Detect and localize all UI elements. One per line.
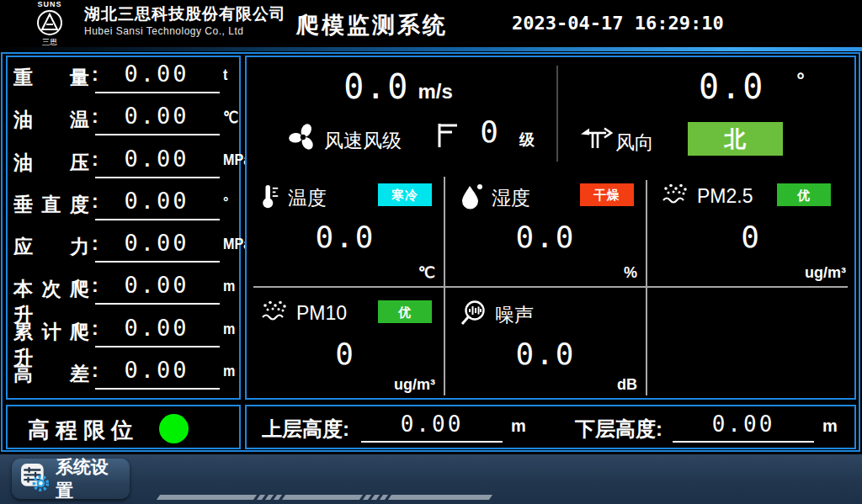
metric-unit: ℃	[223, 108, 238, 127]
metric-row-stress: 应力:0.00MPa	[8, 226, 239, 268]
temperature-value: 0.0	[247, 220, 444, 254]
metric-label: 应力	[13, 234, 89, 260]
metric-underline	[95, 261, 220, 263]
wind-section-divider	[556, 66, 558, 162]
metric-value: 0.00	[95, 146, 218, 172]
metric-row-oil-pressure: 油压:0.00MPa	[8, 142, 239, 184]
metric-unit: m	[223, 277, 235, 295]
elevation-limit-indicator	[159, 414, 189, 443]
wind-level-unit: 级	[519, 130, 535, 150]
thermometer-icon	[260, 182, 280, 214]
droplet-icon	[459, 182, 484, 214]
wind-direction-value: 0.0	[699, 67, 764, 106]
metric-unit: °	[223, 193, 228, 211]
upper-height-value: 0.00	[361, 411, 503, 437]
wind-direction-unit: °	[796, 68, 805, 91]
fan-icon	[287, 121, 319, 157]
pm25-header: PM2.5	[661, 182, 753, 210]
noise-value: 0.0	[445, 337, 646, 371]
metric-label: 重量	[13, 65, 89, 91]
metric-underline	[95, 303, 220, 305]
metric-underline	[95, 134, 220, 135]
temperature-header: 温度	[260, 182, 327, 214]
metric-underline	[95, 219, 220, 220]
upper-height-unit: m	[511, 416, 526, 436]
elevation-limit-panel: 高程限位	[6, 405, 241, 449]
pm10-value: 0	[247, 337, 444, 371]
metric-underline	[95, 92, 220, 93]
pm25-unit: ug/m³	[805, 264, 846, 282]
metric-value: 0.00	[95, 272, 218, 298]
sensor-name: 湿度	[492, 185, 530, 211]
wind-speed-unit: m/s	[418, 80, 452, 103]
pm10-unit: ug/m³	[394, 376, 435, 394]
environment-panel: 0.0m/s 风速风级 0 级 0.0° 风向	[245, 56, 856, 400]
metric-label: 垂直度	[13, 192, 89, 218]
metric-underline	[95, 388, 220, 390]
metric-row-verticality: 垂直度:0.00°	[8, 184, 239, 226]
pm25-value: 0	[647, 220, 854, 254]
humidity-status-badge: 干燥	[580, 183, 634, 206]
metric-row-total-climb: 累计爬升:0.00m	[8, 311, 239, 353]
metric-row-height-diff: 高差:0.00m	[8, 353, 239, 395]
wind-direction-label: 风向	[615, 130, 654, 156]
humidity-unit: %	[624, 264, 637, 282]
logo-sansi-text: 三思	[24, 39, 76, 46]
metric-underline	[95, 346, 220, 347]
sensor-name: PM10	[296, 302, 347, 325]
footer-bar: 系统设置	[0, 454, 862, 504]
metric-value: 0.00	[95, 357, 218, 383]
wind-level-icon	[435, 121, 459, 153]
sensor-name: PM2.5	[697, 185, 753, 208]
wind-speed-display: 0.0m/s	[247, 67, 550, 106]
dust-icon	[661, 182, 689, 210]
temperature-cell: 温度 寒冷 0.0 ℃	[247, 171, 444, 286]
noise-unit: dB	[617, 376, 637, 394]
pm10-status-badge: 优	[378, 300, 432, 323]
metric-underline	[95, 177, 220, 178]
upper-height-underline	[361, 441, 503, 443]
humidity-header: 湿度	[459, 182, 530, 214]
layer-heights-panel: 上层高度: 0.00 m 下层高度: 0.00 m	[245, 405, 856, 449]
pm25-cell: PM2.5 优 0 ug/m³	[647, 171, 854, 286]
company-logo: SUNS 三思	[24, 1, 76, 46]
suns-circle-logo-icon	[35, 8, 64, 37]
metric-value: 0.00	[95, 103, 218, 129]
company-name-block: 湖北三思科技股份有限公司 Hubei Sansi Technology Co.,…	[84, 4, 286, 37]
hydraulic-metrics-panel: 重量:0.00t 油温:0.00℃ 油压:0.00MPa 垂直度:0.00° 应…	[6, 56, 241, 400]
company-name-cn: 湖北三思科技股份有限公司	[84, 4, 286, 25]
sensor-name: 噪声	[495, 302, 534, 328]
metric-unit: m	[223, 320, 235, 338]
temperature-unit: ℃	[418, 263, 435, 282]
metric-label: 油温	[13, 107, 89, 133]
header-divider	[0, 47, 862, 51]
wind-direction-display: 0.0°	[651, 67, 853, 106]
noise-cell: 噪声 0.0 dB	[445, 288, 646, 398]
temperature-status-badge: 寒冷	[378, 183, 432, 206]
header-bar: SUNS 三思 湖北三思科技股份有限公司 Hubei Sansi Technol…	[0, 0, 862, 47]
metric-row-current-climb: 本次爬升:0.00m	[8, 268, 239, 310]
wind-speed-value: 0.0	[343, 67, 409, 106]
datetime-display: 2023-04-17 16:29:10	[512, 13, 724, 34]
footer-decoration	[158, 495, 491, 500]
dust-icon	[260, 299, 289, 327]
metric-value: 0.00	[95, 315, 218, 341]
settings-sliders-icon	[20, 463, 49, 495]
elevation-limit-label: 高程限位	[28, 416, 139, 445]
metric-label: 油压	[13, 150, 89, 176]
page-title: 爬模监测系统	[296, 10, 448, 40]
company-name-en: Hubei Sansi Technology Co., Ltd	[84, 25, 286, 37]
lower-height-label: 下层高度:	[575, 416, 662, 443]
wind-level-value: 0	[464, 114, 514, 149]
metric-unit: m	[223, 362, 235, 380]
settings-button-label: 系统设置	[56, 455, 121, 502]
wind-speed-label: 风速风级	[324, 128, 402, 154]
system-settings-button[interactable]: 系统设置	[12, 459, 130, 499]
pm10-cell: PM10 优 0 ug/m³	[247, 288, 444, 398]
lower-height-unit: m	[822, 416, 838, 436]
metric-value: 0.00	[95, 61, 218, 87]
metric-row-weight: 重量:0.00t	[8, 57, 239, 99]
humidity-value: 0.0	[445, 220, 646, 254]
upper-height-label: 上层高度:	[262, 416, 349, 443]
pm10-header: PM10	[260, 299, 347, 327]
